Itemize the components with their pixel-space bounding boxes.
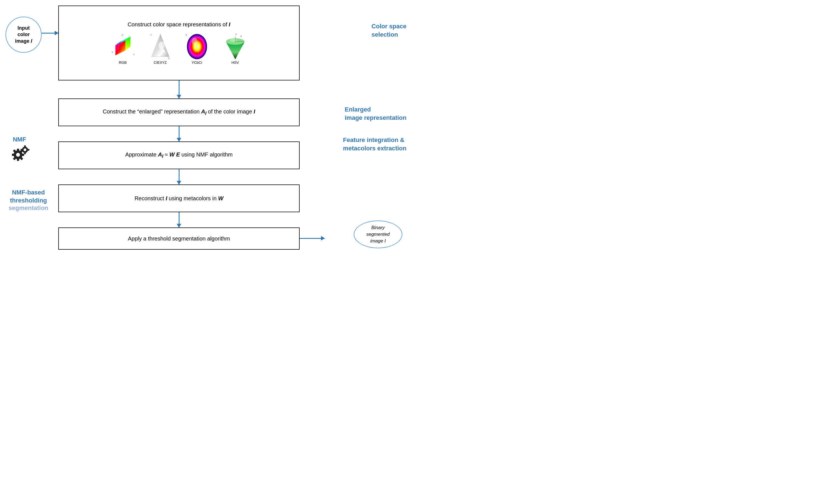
- right-label-color-space: Color spaceselection: [372, 22, 406, 38]
- gears-icon: [8, 144, 30, 164]
- box-reconstruct: Reconstruct I using metacolors in W: [58, 185, 300, 212]
- ycbcr-item: Z YCbCr: [184, 33, 210, 65]
- box4-text: Reconstruct I using metacolors in W: [134, 195, 223, 202]
- svg-rect-33: [17, 159, 19, 161]
- svg-text:S: S: [240, 35, 242, 37]
- arrow-input-to-box1: [41, 33, 58, 33]
- box3-text: Approximate AI ≈ W E using NMF algorithm: [125, 152, 233, 159]
- right-label-feature: Feature integration &metacolors extracti…: [343, 136, 406, 152]
- svg-point-31: [16, 153, 20, 157]
- box1-title: Construct color space representations of…: [128, 21, 230, 28]
- nmf-label: NMF: [13, 136, 26, 143]
- svg-rect-32: [17, 149, 19, 151]
- diagram: Inputcolorimage I Construct color space …: [0, 0, 412, 252]
- ciexyz-icon: Y X: [148, 33, 173, 61]
- box-threshold: Apply a threshold segmentation algorithm: [58, 227, 300, 249]
- box-nmf-approx: Approximate AI ≈ W E using NMF algorithm: [58, 141, 300, 169]
- svg-marker-5: [125, 36, 130, 51]
- svg-rect-43: [24, 153, 26, 154]
- rgb-label: RGB: [119, 61, 126, 65]
- box2-text: Construct the “enlarged” representation …: [103, 108, 255, 116]
- box-color-spaces: Construct color space representations of…: [58, 6, 300, 81]
- svg-rect-45: [20, 149, 22, 150]
- ciexyz-label: CIEXYZ: [154, 61, 167, 65]
- box-enlarged-repr: Construct the “enlarged” representation …: [58, 98, 300, 126]
- hsv-icon: S H V: [221, 33, 249, 61]
- rgb-item: Z X Y: [109, 33, 137, 65]
- arrow-box2-to-box3: [179, 126, 180, 141]
- svg-text:Y: Y: [150, 34, 152, 36]
- arrow-box1-to-box2: [179, 81, 180, 98]
- box5-text: Apply a threshold segmentation algorithm: [128, 235, 230, 242]
- output-ellipse: Binarysegmentedimage I: [354, 220, 402, 248]
- ycbcr-label: YCbCr: [191, 61, 202, 65]
- svg-text:X: X: [168, 57, 170, 60]
- svg-point-41: [24, 148, 26, 151]
- segmentation-label: segmentation: [3, 204, 54, 212]
- svg-text:Z: Z: [121, 33, 123, 36]
- svg-rect-44: [28, 149, 29, 150]
- svg-text:V: V: [235, 33, 237, 35]
- svg-text:X: X: [112, 51, 113, 54]
- hsv-label: HSV: [231, 61, 239, 65]
- ciexyz-item: Y X: [148, 33, 173, 65]
- svg-rect-42: [24, 145, 26, 147]
- svg-text:Y: Y: [133, 53, 134, 56]
- hsv-item: S H V HSV: [221, 33, 249, 65]
- output-label: Binarysegmentedimage I: [366, 224, 390, 244]
- svg-text:H: H: [242, 42, 243, 45]
- ycbcr-icon: Z: [184, 33, 210, 61]
- right-label-enlarged: Enlargedimage representation: [344, 105, 406, 122]
- svg-rect-34: [22, 154, 24, 156]
- arrow-box4-to-box5: [179, 212, 180, 227]
- color-spaces-row: Z X Y: [109, 33, 249, 65]
- svg-rect-35: [12, 154, 14, 156]
- nmf-based-label: NMF-basedthresholding: [3, 189, 54, 204]
- svg-point-17: [159, 41, 165, 49]
- nmf-thresholding-label: NMF-basedthresholding segmentation: [3, 189, 54, 212]
- svg-text:Z: Z: [186, 34, 187, 36]
- input-label: Inputcolorimage I: [15, 25, 32, 44]
- nmf-section: NMF: [8, 136, 30, 164]
- arrow-box3-to-box4: [179, 169, 180, 185]
- arrow-box5-to-output: [300, 238, 325, 239]
- svg-point-19: [191, 38, 198, 45]
- input-circle: Inputcolorimage I: [6, 17, 41, 53]
- rgb-cube-icon: Z X Y: [109, 33, 137, 61]
